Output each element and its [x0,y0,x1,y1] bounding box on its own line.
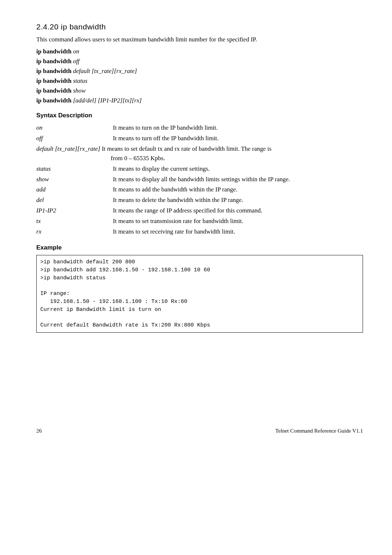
syntax-def: It means to turn on the IP bandwidth lim… [113,123,363,133]
syntax-term: default [tx_rate][rx_rate] [36,145,100,152]
syntax-row: status It means to display the current s… [36,164,363,174]
syntax-def: It means the range of IP address specifi… [113,206,363,216]
command-list: ip bandwidth on ip bandwidth off ip band… [36,48,363,105]
syntax-term: rx [36,227,113,237]
page-footer: 26 Telnet Command Reference Guide V1.1 [36,427,363,434]
syntax-def: It means to turn off the IP bandwidth li… [113,133,363,144]
command-line: ip bandwidth [add/del] [IP1-IP2][tx][rx] [36,97,363,105]
syntax-def: It means to add the bandwidth within the… [113,185,363,195]
command-line: ip bandwidth default [tx_rate][rx_rate] [36,67,363,76]
syntax-heading: Syntax Description [36,112,363,120]
command-line: ip bandwidth on [36,48,363,56]
syntax-term: del [36,195,113,206]
syntax-def-cont: from 0 – 65535 Kpbs. [36,154,363,163]
syntax-row: del It means to delete the bandwidth wit… [36,195,363,206]
section-title: ip bandwidth [61,23,106,31]
syntax-def: It means to set receiving rate for bandw… [113,227,363,237]
syntax-def: It means to display all the bandwidth li… [113,174,363,185]
syntax-row-inline: default [tx_rate][rx_rate] It means to s… [36,145,363,153]
syntax-def: It means to set transmission rate for ba… [113,216,363,227]
doc-title: Telnet Command Reference Guide V1.1 [275,427,363,434]
syntax-row: tx It means to set transmission rate for… [36,216,363,227]
syntax-term: tx [36,216,113,227]
syntax-term: off [36,133,113,144]
command-line: ip bandwidth off [36,57,363,66]
section-intro: This command allows users to set maximum… [36,36,363,44]
syntax-row: rx It means to set receiving rate for ba… [36,227,363,237]
section-number: 2.4.20 [36,23,58,31]
syntax-def: It means to set default tx and rx rate o… [102,145,271,152]
command-line: ip bandwidth status [36,77,363,85]
example-heading: Example [36,244,363,252]
syntax-term: IP1-IP2 [36,206,113,216]
syntax-row: on It means to turn on the IP bandwidth … [36,123,363,133]
page-number: 26 [36,427,42,434]
syntax-term: add [36,185,113,195]
syntax-row: IP1-IP2 It means the range of IP address… [36,206,363,216]
syntax-def: It means to delete the bandwidth within … [113,195,363,206]
syntax-row: off It means to turn off the IP bandwidt… [36,133,363,144]
syntax-def: It means to display the current settings… [113,164,363,174]
section-heading: 2.4.20 ip bandwidth [36,22,363,32]
syntax-term: show [36,174,113,185]
syntax-table: status It means to display the current s… [36,164,363,238]
syntax-row: show It means to display all the bandwid… [36,174,363,185]
syntax-term: on [36,123,113,133]
syntax-table: on It means to turn on the IP bandwidth … [36,123,363,144]
example-block: >ip bandwidth default 200 800 >ip bandwi… [36,255,363,333]
syntax-term: status [36,164,113,174]
syntax-row: add It means to add the bandwidth within… [36,185,363,195]
command-line: ip bandwidth show [36,87,363,95]
